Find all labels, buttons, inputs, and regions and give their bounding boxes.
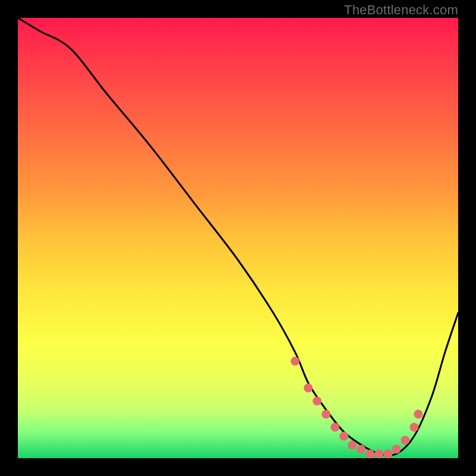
highlight-marker [348, 440, 357, 449]
highlight-marker [392, 445, 401, 454]
bottleneck-curve-path [18, 18, 458, 455]
highlight-marker [304, 383, 313, 392]
chart-svg [18, 18, 458, 458]
highlight-marker [374, 449, 383, 458]
highlight-marker [366, 449, 375, 458]
highlight-marker [313, 396, 322, 405]
highlight-marker [339, 432, 348, 441]
attribution-text: TheBottleneck.com [344, 2, 458, 18]
highlight-marker [414, 410, 423, 419]
highlight-marker [291, 357, 300, 366]
chart-canvas [18, 18, 458, 458]
highlight-marker [401, 436, 410, 445]
highlight-marker [322, 410, 331, 419]
highlight-marker [330, 423, 339, 432]
highlight-marker [410, 423, 419, 432]
highlight-marker [357, 445, 366, 454]
highlight-marker [383, 449, 392, 458]
